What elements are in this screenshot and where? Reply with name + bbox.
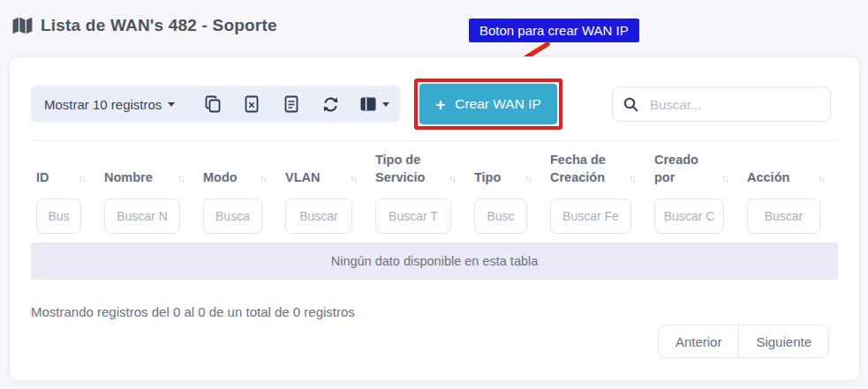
column-header-nombre[interactable]: Nombre ↑↓ (99, 169, 198, 187)
copy-button[interactable] (192, 95, 232, 113)
column-header-creado-por[interactable]: Creado por ↑↓ (649, 152, 742, 186)
sort-icon: ↑↓ (525, 172, 531, 186)
copy-icon (205, 95, 221, 113)
datatable-card: Mostrar 10 registros (9, 56, 860, 381)
column-visibility-icon (360, 97, 376, 111)
sort-icon: ↑↓ (629, 172, 635, 186)
table-empty-state: Ningún dato disponible en esta tabla (31, 243, 838, 280)
column-header-fecha-creacion[interactable]: Fecha de Creación ↑↓ (545, 152, 649, 186)
file-excel-icon (245, 95, 259, 113)
previous-page-button[interactable]: Anterior (658, 325, 740, 358)
filter-input-tipo[interactable] (474, 198, 527, 234)
column-header-tipo-servicio[interactable]: Tipo de Servicio ↑↓ (370, 152, 469, 186)
sort-icon: ↑↓ (449, 172, 455, 186)
map-icon (12, 17, 33, 35)
column-header-accion[interactable]: Acción ↑↓ (742, 169, 838, 187)
pagination: Anterior Siguiente (658, 325, 829, 358)
filter-input-vlan[interactable] (285, 198, 352, 234)
filter-input-fecha-creacion[interactable] (550, 198, 631, 234)
create-wan-ip-label: Crear WAN IP (455, 96, 541, 112)
annotation-highlight-box: + Crear WAN IP (414, 79, 562, 130)
sort-icon: ↑↓ (177, 172, 184, 186)
column-header-modo[interactable]: Modo ↑↓ (198, 169, 280, 187)
plus-icon: + (435, 96, 445, 113)
page-title: Lista de WAN's 482 - Soporte (41, 16, 277, 35)
filter-input-tipo-servicio[interactable] (375, 198, 451, 234)
filter-input-id[interactable] (36, 198, 81, 234)
filter-input-modo[interactable] (203, 198, 262, 234)
export-file-button[interactable] (272, 95, 312, 113)
column-header-id[interactable]: ID ↑↓ (31, 169, 99, 187)
file-text-icon (284, 95, 298, 113)
screen: Lista de WAN's 482 - Soporte Boton para … (0, 0, 868, 389)
column-visibility-button[interactable] (351, 97, 400, 111)
length-menu-dropdown[interactable]: Mostrar 10 registros (44, 97, 175, 112)
global-search (612, 86, 831, 122)
refresh-button[interactable] (311, 96, 351, 113)
table-header-row: ID ↑↓ Nombre ↑↓ Modo ↑↓ VLAN ↑↓ Tipo de … (31, 140, 838, 197)
page-header: Lista de WAN's 482 - Soporte (12, 16, 277, 35)
filter-input-nombre[interactable] (104, 198, 180, 234)
chevron-down-icon (168, 102, 175, 107)
filter-input-creado-por[interactable] (654, 198, 724, 234)
sort-icon: ↑↓ (79, 172, 85, 186)
annotation-label: Boton para crear WAN IP (469, 19, 639, 42)
wan-table: ID ↑↓ Nombre ↑↓ Modo ↑↓ VLAN ↑↓ Tipo de … (31, 140, 838, 280)
sort-icon: ↑↓ (721, 172, 728, 186)
search-input[interactable] (648, 96, 827, 113)
sort-icon: ↑↓ (260, 172, 266, 186)
next-page-button[interactable]: Siguiente (738, 325, 829, 358)
export-excel-button[interactable] (232, 95, 272, 113)
table-filter-row (31, 198, 838, 234)
sort-icon: ↑↓ (818, 172, 824, 186)
records-info: Mostrando registros del 0 al 0 de un tot… (31, 304, 355, 319)
chevron-down-icon (382, 102, 389, 107)
filter-input-accion[interactable] (747, 198, 820, 234)
length-menu-label: Mostrar 10 registros (44, 97, 162, 112)
create-wan-ip-button[interactable]: + Crear WAN IP (419, 84, 557, 124)
sort-icon: ↑↓ (350, 172, 356, 186)
toolbar: Mostrar 10 registros (31, 86, 400, 123)
column-header-vlan[interactable]: VLAN ↑↓ (280, 169, 370, 187)
refresh-icon (322, 96, 339, 113)
column-header-tipo[interactable]: Tipo ↑↓ (469, 169, 545, 187)
search-icon (623, 97, 638, 112)
